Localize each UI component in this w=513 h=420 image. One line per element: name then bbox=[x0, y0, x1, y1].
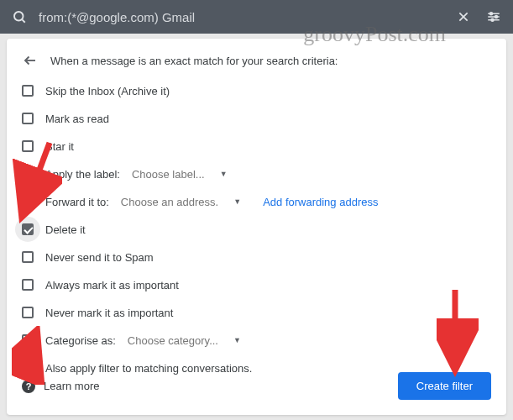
option-label: Never mark it as important bbox=[45, 307, 173, 319]
search-input[interactable]: from:(*@google.com) Gmail bbox=[39, 10, 456, 24]
forward-dropdown[interactable]: Choose an address. bbox=[121, 196, 218, 208]
option-forward[interactable]: Forward it to: Choose an address. ▼ Add … bbox=[22, 192, 491, 212]
learn-more-label: Learn more bbox=[44, 380, 99, 392]
chevron-down-icon[interactable]: ▼ bbox=[220, 170, 228, 178]
label-dropdown[interactable]: Choose label... bbox=[132, 168, 205, 181]
learn-more-link[interactable]: ? Learn more bbox=[22, 380, 99, 393]
option-label: Categorise as: bbox=[45, 334, 116, 347]
option-never-spam[interactable]: Never send it to Spam bbox=[22, 247, 491, 267]
option-categorise[interactable]: Categorise as: Choose category... ▼ bbox=[22, 330, 491, 350]
checkbox[interactable] bbox=[22, 223, 34, 235]
checkbox[interactable] bbox=[22, 279, 34, 291]
option-delete[interactable]: Delete it bbox=[22, 219, 491, 239]
add-forwarding-link[interactable]: Add forwarding address bbox=[263, 196, 378, 208]
checkbox[interactable] bbox=[22, 168, 34, 180]
option-label: Apply the label: bbox=[45, 168, 120, 181]
option-label: Forward it to: bbox=[45, 196, 109, 208]
help-icon: ? bbox=[22, 380, 35, 393]
svg-point-7 bbox=[490, 13, 493, 15]
option-star[interactable]: Star it bbox=[22, 136, 491, 156]
option-apply-label[interactable]: Apply the label: Choose label... ▼ bbox=[22, 164, 491, 184]
category-dropdown[interactable]: Choose category... bbox=[128, 334, 218, 347]
option-label: Never send it to Spam bbox=[45, 251, 154, 264]
checkbox[interactable] bbox=[22, 251, 34, 263]
option-label: Mark as read bbox=[45, 113, 109, 125]
svg-point-8 bbox=[495, 16, 498, 18]
checkbox[interactable] bbox=[22, 307, 34, 318]
svg-point-9 bbox=[491, 18, 494, 21]
chevron-down-icon[interactable]: ▼ bbox=[233, 336, 241, 344]
option-label: Always mark it as important bbox=[45, 279, 179, 291]
checkbox[interactable] bbox=[22, 113, 34, 124]
checkbox[interactable] bbox=[22, 140, 34, 152]
checkbox[interactable] bbox=[22, 196, 34, 207]
search-bar: from:(*@google.com) Gmail bbox=[0, 0, 513, 34]
filter-panel: When a message is an exact match for you… bbox=[7, 39, 506, 415]
checkbox[interactable] bbox=[22, 334, 34, 346]
option-label: Star it bbox=[45, 140, 74, 153]
checkbox[interactable] bbox=[22, 85, 34, 97]
svg-line-1 bbox=[22, 19, 24, 22]
option-always-important[interactable]: Always mark it as important bbox=[22, 275, 491, 295]
svg-point-0 bbox=[14, 12, 24, 21]
option-skip-inbox[interactable]: Skip the Inbox (Archive it) bbox=[22, 81, 491, 101]
back-arrow-icon[interactable] bbox=[22, 52, 39, 69]
create-filter-button[interactable]: Create filter bbox=[398, 372, 491, 400]
filter-options-icon[interactable] bbox=[486, 9, 501, 24]
option-label: Skip the Inbox (Archive it) bbox=[45, 85, 170, 97]
option-never-important[interactable]: Never mark it as important bbox=[22, 302, 491, 323]
clear-search-icon[interactable] bbox=[456, 9, 471, 24]
chevron-down-icon[interactable]: ▼ bbox=[233, 197, 241, 206]
option-label: Delete it bbox=[45, 223, 86, 236]
panel-title: When a message is an exact match for you… bbox=[50, 55, 338, 67]
search-icon bbox=[12, 9, 27, 24]
option-mark-read[interactable]: Mark as read bbox=[22, 108, 491, 129]
